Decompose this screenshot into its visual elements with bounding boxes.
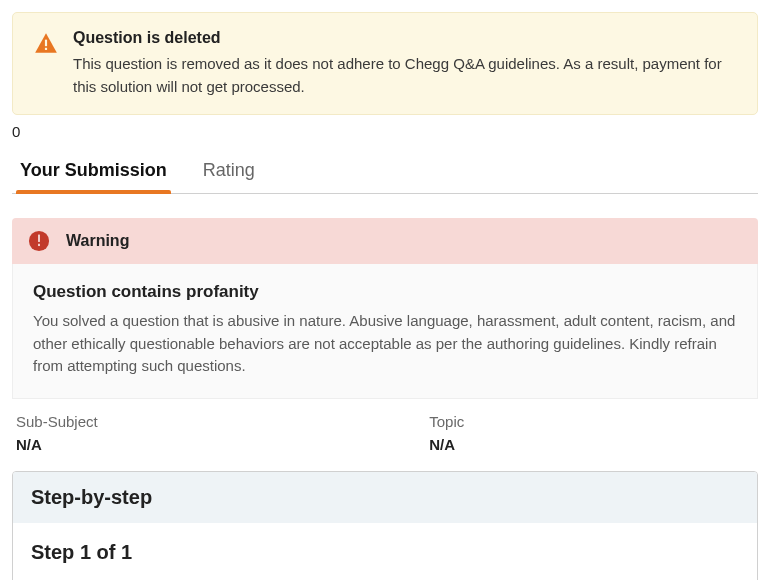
topic-value: N/A: [429, 436, 754, 453]
warning-title: Question contains profanity: [33, 282, 737, 302]
question-deleted-banner: Question is deleted This question is rem…: [12, 12, 758, 115]
sub-subject-value: N/A: [16, 436, 429, 453]
warning-label: Warning: [66, 232, 129, 250]
deleted-banner-title: Question is deleted: [73, 29, 737, 47]
tab-rating[interactable]: Rating: [199, 150, 259, 193]
warning-desc: You solved a question that is abusive in…: [33, 310, 737, 378]
step-card-header: Step-by-step: [13, 472, 757, 523]
tab-your-submission[interactable]: Your Submission: [16, 150, 171, 193]
warning-triangle-icon: [33, 29, 59, 98]
svg-rect-4: [38, 244, 40, 246]
meta-row: Sub-Subject N/A Topic N/A: [12, 413, 758, 453]
warning-circle-icon: [28, 230, 50, 252]
svg-rect-1: [45, 48, 47, 50]
step-card-body: Step 1 of 1 Which of the following state…: [13, 523, 757, 581]
svg-rect-0: [45, 40, 47, 47]
warning-header: Warning: [12, 218, 758, 264]
step-title: Step 1 of 1: [31, 541, 739, 564]
deleted-banner-content: Question is deleted This question is rem…: [73, 29, 737, 98]
svg-rect-3: [38, 235, 40, 242]
topic-label: Topic: [429, 413, 754, 430]
zero-counter: 0: [12, 115, 758, 150]
warning-body: Question contains profanity You solved a…: [12, 264, 758, 399]
step-card: Step-by-step Step 1 of 1 Which of the fo…: [12, 471, 758, 581]
deleted-banner-desc: This question is removed as it does not …: [73, 53, 737, 98]
meta-sub-subject: Sub-Subject N/A: [16, 413, 429, 453]
tabs: Your Submission Rating: [12, 150, 758, 194]
sub-subject-label: Sub-Subject: [16, 413, 429, 430]
meta-topic: Topic N/A: [429, 413, 754, 453]
